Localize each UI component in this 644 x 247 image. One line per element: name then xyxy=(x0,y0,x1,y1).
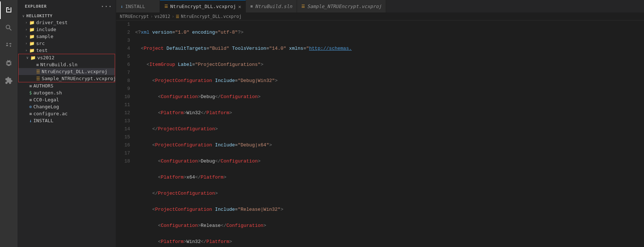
test-arrow: › xyxy=(23,48,29,52)
breadcrumb-part-1: NTRUEncrypt xyxy=(120,14,149,19)
svg-rect-1 xyxy=(6,7,7,12)
sidebar-item-src[interactable]: › 📁 src xyxy=(18,40,116,47)
svg-rect-2 xyxy=(6,12,11,12)
svg-rect-4 xyxy=(8,9,10,10)
vs2012-label: vs2012 xyxy=(37,55,54,60)
sidebar-item-driver-test[interactable]: › 📁 driver_test xyxy=(18,19,116,26)
editor-panel: ↓ INSTALL ☰ NtruEncrypt_DLL.vcxproj ✕ ≡ … xyxy=(116,0,644,247)
sidebar-item-install[interactable]: ↓ INSTALL xyxy=(18,117,116,124)
include-arrow: › xyxy=(23,27,29,31)
code-editor[interactable]: 12345 678910 1112131415 161718 <?xml ver… xyxy=(116,20,644,247)
sidebar-item-ntruencrypt-dll[interactable]: ☰ NtruEncrypt_DLL.vcxproj xyxy=(19,68,115,75)
activity-search[interactable] xyxy=(0,19,18,37)
include-label: include xyxy=(36,27,56,32)
folder-icon-include: 📁 xyxy=(29,27,35,32)
ntrabuild-tab-label: NtruBuild.sln xyxy=(255,4,292,9)
sample-label: sample xyxy=(36,34,53,39)
breadcrumb-sep-1: › xyxy=(150,14,153,19)
root-label: HELLOKITTY xyxy=(26,14,53,18)
vcxproj-icon-sample: ☰ xyxy=(36,76,40,81)
driver-test-arrow: › xyxy=(23,20,29,25)
breadcrumb-part-3: NtruEncrypt_DLL.vcxproj xyxy=(181,14,241,19)
breadcrumb-part-2: vs2012 xyxy=(155,14,170,19)
authors-icon: ≡ xyxy=(29,83,32,89)
sidebar-item-autogen[interactable]: $ autogen.sh xyxy=(18,89,116,96)
sample-tab-label: Sample_NTRUEncrypt.vcxproj xyxy=(307,4,382,9)
sidebar-item-sample-ntruencrypt[interactable]: ☰ Sample_NTRUEncrypt.vcxproj xyxy=(19,75,115,82)
root-arrow: ∨ xyxy=(20,14,26,18)
tab-ntruencrypt-dll[interactable]: ☰ NtruEncrypt_DLL.vcxproj ✕ xyxy=(160,0,246,12)
configure-label: configure.ac xyxy=(33,111,68,116)
ntruencrypt-tab-icon: ☰ xyxy=(164,4,168,9)
activity-debug[interactable] xyxy=(0,54,18,72)
folder-icon-src: 📁 xyxy=(29,41,35,46)
authors-label: AUTHORS xyxy=(33,83,53,89)
configure-icon: ≡ xyxy=(29,111,32,116)
changelog-icon: ⊙ xyxy=(29,104,32,109)
cc0-label: CC0-Legal xyxy=(33,97,59,102)
sample-ntruencrypt-label: Sample_NTRUEncrypt.vcxproj xyxy=(42,76,116,81)
sidebar-title: EXPLORER xyxy=(25,4,47,9)
sidebar-header: EXPLORER ··· xyxy=(18,0,116,13)
ntrabuild-sln-label: NtruBuild.sln xyxy=(40,62,77,67)
cc0-icon: ≡ xyxy=(29,97,32,102)
driver-test-label: driver_test xyxy=(36,20,68,25)
install-label: INSTALL xyxy=(33,118,53,123)
vs2012-arrow: ∨ xyxy=(24,56,30,60)
sidebar-item-authors[interactable]: ≡ AUTHORS xyxy=(18,82,116,89)
folder-icon: 📁 xyxy=(29,20,35,25)
activity-bar xyxy=(0,0,18,247)
close-tab-button[interactable]: ✕ xyxy=(238,4,241,10)
ntruencrypt-dll-label: NtruEncrypt_DLL.vcxproj xyxy=(42,69,107,74)
install-icon: ↓ xyxy=(29,118,32,123)
ntruencrypt-tab-label: NtruEncrypt_DLL.vcxproj xyxy=(170,4,236,9)
autogen-label: autogen.sh xyxy=(33,90,62,96)
activity-extensions[interactable] xyxy=(0,72,18,89)
ntrabuild-tab-icon: ≡ xyxy=(250,4,253,9)
sidebar: EXPLORER ··· ∨ HELLOKITTY › 📁 driver_tes… xyxy=(18,0,116,247)
breadcrumb: NTRUEncrypt › vs2012 › ☰ NtruEncrypt_DLL… xyxy=(116,13,644,20)
tab-ntrabuild-sln[interactable]: ≡ NtruBuild.sln xyxy=(246,0,297,12)
folder-icon-sample: 📁 xyxy=(29,34,35,39)
autogen-icon: $ xyxy=(29,90,32,96)
src-arrow: › xyxy=(23,41,29,45)
sidebar-item-sample[interactable]: › 📁 sample xyxy=(18,33,116,40)
breadcrumb-icon: ☰ xyxy=(176,14,179,19)
folder-icon-vs2012: 📁 xyxy=(30,55,36,60)
sidebar-root[interactable]: ∨ HELLOKITTY xyxy=(18,13,116,19)
folder-icon-test: 📁 xyxy=(29,48,35,53)
more-icon[interactable]: ··· xyxy=(100,3,112,10)
activity-source-control[interactable] xyxy=(0,37,18,54)
line-numbers: 12345 678910 1112131415 161718 xyxy=(116,20,134,247)
sidebar-item-ntrabuild-sln[interactable]: ≡ NtruBuild.sln xyxy=(19,61,115,68)
test-label: test xyxy=(36,48,47,53)
install-tab-icon: ↓ xyxy=(121,4,123,9)
tab-bar: ↓ INSTALL ☰ NtruEncrypt_DLL.vcxproj ✕ ≡ … xyxy=(116,0,644,13)
sln-icon: ≡ xyxy=(36,62,39,67)
code-content: <?xml version="1.0" encoding="utf-8"?> <… xyxy=(134,20,644,247)
tab-sample-ntruencrypt[interactable]: ☰ Sample_NTRUEncrypt.vcxproj xyxy=(297,0,386,12)
sidebar-item-cc0[interactable]: ≡ CC0-Legal xyxy=(18,96,116,103)
sidebar-item-test[interactable]: › 📁 test xyxy=(18,47,116,54)
sidebar-item-changelog[interactable]: ⊙ ChangeLog xyxy=(18,103,116,110)
sidebar-item-include[interactable]: › 📁 include xyxy=(18,26,116,33)
src-label: src xyxy=(36,41,45,46)
activity-explorer[interactable] xyxy=(0,1,18,19)
vcxproj-icon-dll: ☰ xyxy=(36,69,40,74)
install-tab-label: INSTALL xyxy=(125,4,145,9)
tab-install[interactable]: ↓ INSTALL xyxy=(116,0,160,12)
breadcrumb-sep-2: › xyxy=(172,14,174,19)
changelog-label: ChangeLog xyxy=(33,104,59,109)
sample-tab-icon: ☰ xyxy=(301,4,305,9)
vs2012-group: ∨ 📁 vs2012 ≡ NtruBuild.sln ☰ NtruEncrypt… xyxy=(18,54,115,82)
sidebar-item-vs2012[interactable]: ∨ 📁 vs2012 xyxy=(19,54,115,61)
svg-rect-3 xyxy=(11,7,11,12)
sidebar-item-configure[interactable]: ≡ configure.ac xyxy=(18,110,116,117)
sample-arrow: › xyxy=(23,34,29,38)
